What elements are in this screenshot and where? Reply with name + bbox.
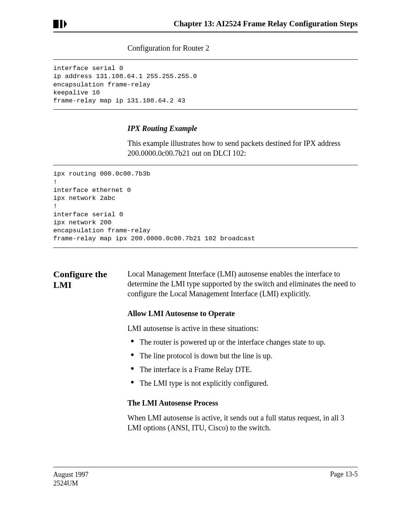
lmi-intro-paragraph: Local Management Interface (LMI) autosen…: [127, 269, 358, 299]
section-main-column: Local Management Interface (LMI) autosen…: [127, 269, 358, 433]
config-title-block: Configuration for Router 2: [127, 44, 358, 53]
footer-doc: 2524UM: [53, 479, 89, 488]
configure-lmi-section: Configure the LMI Local Management Inter…: [53, 269, 358, 433]
footer-left: August 1997 2524UM: [53, 470, 89, 488]
logo-icon: [53, 20, 68, 28]
list-item: The line protocol is down but the line i…: [127, 351, 358, 361]
page-header: Chapter 13: AI2524 Frame Relay Configura…: [53, 19, 358, 32]
svg-rect-0: [53, 20, 59, 28]
footer-page-number: Page 13-5: [330, 470, 358, 488]
ipx-paragraph: This example illustrates how to send pac…: [127, 138, 358, 158]
config-title: Configuration for Router 2: [127, 44, 358, 53]
svg-rect-1: [60, 20, 62, 28]
chapter-title: Chapter 13: AI2524 Frame Relay Configura…: [174, 19, 358, 29]
page: Chapter 13: AI2524 Frame Relay Configura…: [0, 0, 411, 507]
allow-autosense-heading: Allow LMI Autosense to Operate: [127, 309, 358, 318]
divider: [53, 165, 358, 165]
ipx-section: IPX Routing Example This example illustr…: [127, 124, 358, 158]
autosense-bullet-list: The router is powered up or the interfac…: [127, 337, 358, 388]
list-item: The router is powered up or the interfac…: [127, 337, 358, 347]
divider: [53, 109, 358, 110]
footer-date: August 1997: [53, 470, 89, 479]
autosense-process-para: When LMI autosense is active, it sends o…: [127, 413, 358, 433]
list-item: The LMI type is not explicitly configure…: [127, 378, 358, 388]
code-block-ipx: ipx routing 000.0c00.7b3b ! interface et…: [53, 167, 358, 246]
section-side-heading: Configure the LMI: [53, 269, 127, 291]
autosense-process-heading: The LMI Autosense Process: [127, 399, 358, 407]
autosense-situations-para: LMI autosense is active in these situati…: [127, 323, 358, 333]
code-block-router2: interface serial 0 ip address 131.108.64…: [53, 61, 358, 108]
ipx-heading: IPX Routing Example: [127, 124, 358, 133]
divider: [53, 59, 358, 60]
page-footer: August 1997 2524UM Page 13-5: [53, 467, 358, 488]
list-item: The interface is a Frame Relay DTE.: [127, 364, 358, 374]
divider: [53, 248, 358, 248]
